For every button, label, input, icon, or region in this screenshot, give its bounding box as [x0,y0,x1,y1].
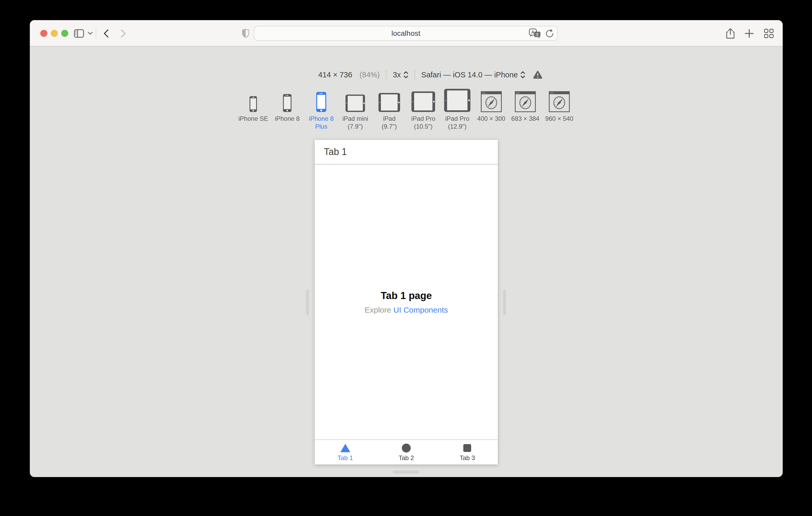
url-text: localhost [392,29,420,38]
stepper-icon [403,71,408,79]
new-tab-button[interactable] [744,20,755,47]
page-subtitle: Explore UI Components [365,306,448,314]
circle-icon [402,444,411,453]
sidebar-menu-button[interactable] [87,20,94,47]
rdm-divider [414,70,415,80]
translate-icon: A 文 [529,29,541,38]
resize-handle-right[interactable] [503,290,506,315]
browser-window-icon [481,91,502,112]
reload-button[interactable] [545,29,554,38]
device-preset-683x384[interactable]: 683 × 384 [509,87,542,123]
zoom-window-button[interactable] [61,30,68,37]
device-ipad-mini[interactable]: iPad mini(7.9") [339,87,372,130]
back-button[interactable] [102,20,110,47]
user-agent-control[interactable]: Safari — iOS 14.0 — iPhone [421,70,525,79]
rdm-toolbar: 414 × 736 (84%) 3x Safari — iOS 14.0 — i… [318,67,543,83]
device-ipad[interactable]: iPad(9.7") [373,87,406,130]
iphone-icon [249,96,257,112]
titlebar: localhost A 文 [30,20,783,47]
app-navbar: Tab 1 [315,140,498,165]
chevron-left-icon [104,29,109,38]
page-content: Tab 1 page Explore UI Components [315,165,498,439]
grid-icon [764,29,774,38]
ui-components-link[interactable]: UI Components [394,306,448,314]
forward-button[interactable] [119,20,128,47]
url-field[interactable]: localhost A 文 [254,26,558,41]
chevron-down-icon [88,32,93,35]
browser-window-icon [515,91,536,112]
device-preset-960x540[interactable]: 960 × 540 [543,87,576,123]
share-button[interactable] [725,20,736,47]
reload-icon [545,29,554,38]
privacy-report-button[interactable] [240,20,252,47]
pixel-ratio-control[interactable]: 3x [393,70,408,79]
device-iphone-se[interactable]: iPhone SE [237,87,270,123]
app-tabbar: Tab 1 Tab 2 Tab 3 [315,439,498,464]
warning-icon [533,70,542,79]
ipad-icon [345,94,365,112]
safari-window: localhost A 文 [30,20,783,477]
tab-1[interactable]: Tab 1 [315,440,376,464]
sidebar-toggle-button[interactable] [73,20,85,47]
resize-handle-bottom[interactable] [393,471,419,474]
ipad-icon [444,89,471,112]
device-ipad-pro-10-5[interactable]: iPad Pro(10.5") [407,87,440,130]
device-iphone-8[interactable]: iPhone 8 [271,87,304,123]
page-title: Tab 1 page [381,290,432,301]
tab-overview-button[interactable] [763,20,775,47]
resize-handle-left[interactable] [306,290,309,315]
svg-text:A: A [531,30,534,35]
device-strip: iPhone SE iPhone 8 [237,87,576,130]
toolbar-divider [96,28,96,39]
tab-3[interactable]: Tab 3 [437,440,498,464]
stepper-icon [520,71,525,79]
translate-button[interactable]: A 文 [529,29,541,38]
pixel-ratio-value: 3x [393,70,401,79]
square-icon [463,444,471,452]
user-agent-value: Safari — iOS 14.0 — iPhone [421,70,518,79]
browser-window-icon [549,91,570,112]
rdm-divider [386,70,387,80]
triangle-icon [340,444,351,453]
zoom-percent: (84%) [359,70,380,79]
iphone-icon-selected [316,92,326,112]
chevron-right-icon [121,29,126,38]
close-window-button[interactable] [40,30,47,37]
warnings-button[interactable] [533,70,542,79]
iphone-icon [283,94,292,112]
device-preset-400x300[interactable]: 400 × 300 [475,87,508,123]
svg-text:文: 文 [535,32,539,37]
viewport-preview: Tab 1 Tab 1 page Explore UI Components T… [315,140,498,464]
device-iphone-8-plus[interactable]: iPhone 8Plus [305,87,338,130]
tab-2[interactable]: Tab 2 [376,440,437,464]
ipad-icon [411,91,435,112]
navbar-title: Tab 1 [324,146,347,157]
share-icon [726,28,734,39]
minimize-window-button[interactable] [51,30,58,37]
sidebar-icon [74,29,84,38]
viewport-dimensions[interactable]: 414 × 736 [318,70,352,79]
device-ipad-pro-12-9[interactable]: iPad Pro(12.9") [441,87,474,130]
plus-icon [745,29,754,38]
ipad-icon [378,93,400,112]
shield-icon [242,29,249,38]
